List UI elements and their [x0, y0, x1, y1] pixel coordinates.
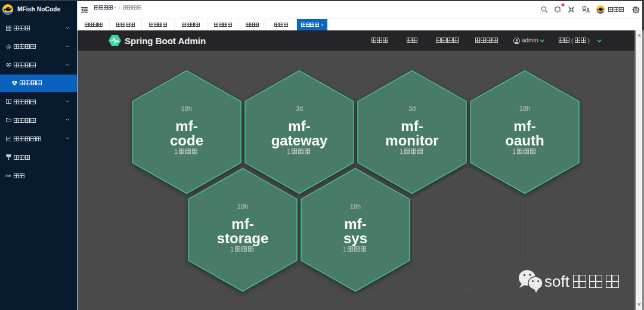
svg-text:1: 1: [400, 148, 403, 155]
svg-text:3d: 3d: [296, 105, 303, 112]
svg-text:gateway: gateway: [271, 132, 328, 148]
svg-text:mf-: mf-: [401, 118, 423, 134]
svg-text:storage: storage: [217, 230, 269, 246]
svg-text:1: 1: [174, 148, 178, 155]
svg-text:code: code: [170, 132, 203, 148]
svg-text:mf-: mf-: [344, 216, 366, 232]
svg-text:oauth: oauth: [505, 132, 544, 148]
svg-text:1: 1: [512, 148, 516, 155]
svg-text:18h: 18h: [350, 203, 361, 210]
svg-text:mf-: mf-: [513, 118, 535, 134]
svg-text:mf-: mf-: [288, 118, 310, 134]
svg-text:18h: 18h: [237, 203, 248, 210]
svg-text:18h: 18h: [519, 105, 530, 112]
svg-text:1: 1: [287, 148, 290, 155]
svg-text:1: 1: [343, 246, 346, 253]
svg-text:mf-: mf-: [175, 118, 197, 134]
svg-text:sys: sys: [343, 230, 367, 246]
svg-text:mf-: mf-: [231, 216, 253, 232]
svg-text:1: 1: [230, 246, 234, 253]
svg-text:soft: soft: [544, 272, 570, 290]
svg-text:18h: 18h: [181, 105, 192, 112]
svg-text:monitor: monitor: [385, 132, 438, 148]
svg-text:3d: 3d: [408, 105, 416, 112]
